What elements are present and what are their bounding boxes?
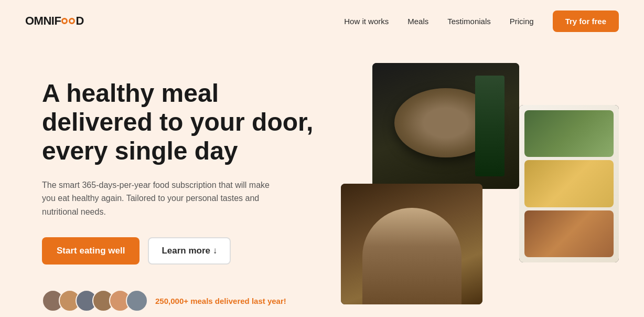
logo-circle-right-icon bbox=[69, 18, 75, 24]
social-proof-text: 250,000+ meals delivered last year! bbox=[155, 297, 286, 305]
logo: OMNIF D bbox=[25, 14, 84, 28]
woman-eating-image bbox=[341, 184, 482, 304]
logo-d: D bbox=[76, 14, 83, 28]
header: OMNIF D How it works Meals Testimonials … bbox=[0, 0, 644, 42]
social-proof: 250,000+ meals delivered last year! bbox=[42, 290, 320, 312]
nav-meals[interactable]: Meals bbox=[407, 17, 428, 26]
container-3 bbox=[524, 210, 614, 257]
nav-testimonials[interactable]: Testimonials bbox=[447, 17, 491, 26]
hero-buttons: Start eating well Learn more ↓ bbox=[42, 237, 320, 265]
logo-circle-left-icon bbox=[61, 18, 68, 24]
container-1 bbox=[524, 110, 614, 157]
nav-pricing[interactable]: Pricing bbox=[510, 17, 534, 26]
hero-images bbox=[341, 63, 619, 315]
hero-section: A healthy meal delivered to your door, e… bbox=[0, 42, 644, 317]
meals-count: 250,000+ bbox=[155, 297, 188, 305]
woman-scene bbox=[341, 184, 482, 304]
hero-subtext: The smart 365-days-per-year food subscri… bbox=[42, 178, 273, 219]
bowl-scene bbox=[372, 63, 519, 189]
start-eating-button[interactable]: Start eating well bbox=[42, 237, 139, 265]
nav-how-it-works[interactable]: How it works bbox=[344, 17, 389, 26]
hero-content: A healthy meal delivered to your door, e… bbox=[42, 63, 320, 312]
containers-scene bbox=[519, 105, 619, 262]
food-bowls-image bbox=[372, 63, 519, 189]
meal-containers-image bbox=[519, 105, 619, 262]
avatar bbox=[126, 290, 148, 312]
container-2 bbox=[524, 160, 614, 207]
customer-avatars bbox=[42, 290, 148, 312]
hero-headline: A healthy meal delivered to your door, e… bbox=[42, 79, 320, 166]
meals-label: meals delivered last year! bbox=[188, 297, 286, 305]
logo-text: OMNIF bbox=[25, 14, 61, 28]
main-nav: How it works Meals Testimonials Pricing … bbox=[344, 10, 619, 32]
try-for-free-button[interactable]: Try for free bbox=[553, 10, 619, 32]
logo-icon bbox=[61, 18, 76, 24]
learn-more-button[interactable]: Learn more ↓ bbox=[148, 237, 231, 265]
